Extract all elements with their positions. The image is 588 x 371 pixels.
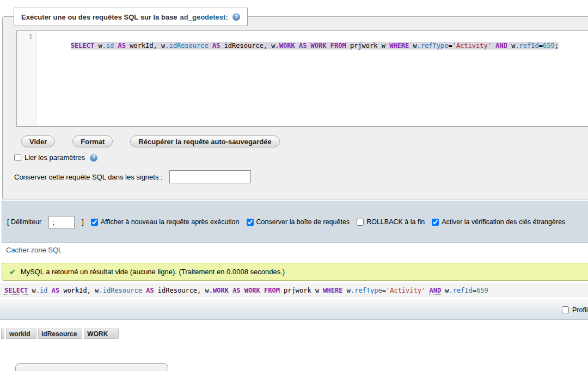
foreign-key-check-label: Activer la vérification des clés étrangè…: [442, 218, 565, 226]
profiling-checkbox[interactable]: [562, 306, 569, 313]
profiling-label: Profilage: [572, 306, 588, 314]
delimiter-open-bracket: [ Délimiteur: [7, 218, 41, 226]
help-icon[interactable]: ?: [232, 13, 240, 21]
executed-query-bar: SELECT w.id AS workId, w.idResource AS i…: [0, 283, 588, 298]
query-options-bar: [ Délimiteur ] Afficher à nouveau la req…: [2, 201, 588, 243]
column-header-workid[interactable]: workId: [6, 329, 36, 339]
sql-fieldset-legend: Exécuter une ou des requêtes SQL sur la …: [14, 8, 248, 26]
hide-sql-area-link[interactable]: Cacher zone SQL: [6, 246, 62, 254]
restore-autosaved-query-button[interactable]: Récupérer la requête auto-sauvegardée: [130, 135, 279, 147]
success-message-text: MySQL a retourné un résultat vide (aucun…: [21, 268, 285, 276]
line-number: 1: [29, 33, 33, 41]
bind-parameters-row: Lier les paramètres ?: [14, 153, 97, 162]
success-check-icon: ✔: [9, 268, 16, 276]
executed-query-text: SELECT w.id AS workId, w.idResource AS i…: [4, 287, 488, 294]
phpmyadmin-sql-page: Exécuter une ou des requêtes SQL sur la …: [0, 0, 588, 371]
bind-parameters-label: Lier les paramètres: [24, 153, 85, 162]
editor-line-number-gutter: 1: [17, 31, 36, 126]
editor-code-area[interactable]: SELECT w.id AS workId, w.idResource AS i…: [36, 31, 588, 126]
sql-editor[interactable]: 1 SELECT w.id AS workId, w.idResource AS…: [16, 30, 588, 127]
show-query-again-checkbox[interactable]: [91, 219, 98, 226]
help-icon[interactable]: ?: [90, 154, 97, 162]
foreign-key-check-checkbox[interactable]: [432, 219, 439, 226]
bookmark-row: Conserver cette requête SQL dans les sig…: [14, 170, 251, 183]
retain-query-box-checkbox[interactable]: [247, 219, 254, 226]
format-button[interactable]: Format: [72, 135, 113, 147]
bind-parameters-checkbox[interactable]: [14, 154, 21, 161]
option-rollback: ROLLBACK à la fin: [357, 218, 425, 226]
bookmark-input[interactable]: [169, 170, 251, 183]
partial-bottom-panel: [15, 363, 168, 371]
database-link[interactable]: ad_geodetest:: [180, 13, 228, 21]
rollback-label: ROLLBACK à la fin: [366, 218, 425, 226]
editor-buttons-row: Vider Format Récupérer la requête auto-s…: [21, 135, 280, 147]
retain-query-box-label: Conserver la boîte de requêtes: [256, 218, 350, 226]
sql-query-fieldset: Exécuter une ou des requêtes SQL sur la …: [2, 16, 588, 200]
result-tools-bar: Profilage: [0, 300, 588, 320]
option-show-query-again: Afficher à nouveau la requête après exéc…: [91, 218, 240, 226]
column-header-idresource[interactable]: idResource: [38, 329, 82, 339]
option-retain-query-box: Conserver la boîte de requêtes: [247, 218, 350, 226]
legend-text: Exécuter une ou des requêtes SQL sur la …: [21, 13, 177, 21]
option-foreign-key-check: Activer la vérification des clés étrangè…: [432, 218, 565, 226]
delimiter-close-bracket: ]: [82, 218, 83, 226]
column-header-work[interactable]: WORK: [84, 329, 119, 339]
bookmark-label: Conserver cette requête SQL dans les sig…: [14, 173, 163, 181]
result-table-header-row: workId idResource WORK: [1, 329, 119, 339]
clear-button[interactable]: Vider: [21, 135, 55, 147]
sql-query-line: SELECT w.id AS workId, w.idResource AS i…: [71, 42, 559, 50]
success-message-box: ✔ MySQL a retourné un résultat vide (auc…: [2, 263, 588, 281]
rollback-checkbox[interactable]: [357, 219, 364, 226]
row-marker-header-cell: [1, 329, 4, 339]
delimiter-input[interactable]: [48, 216, 75, 228]
show-query-again-label: Afficher à nouveau la requête après exéc…: [101, 218, 240, 226]
